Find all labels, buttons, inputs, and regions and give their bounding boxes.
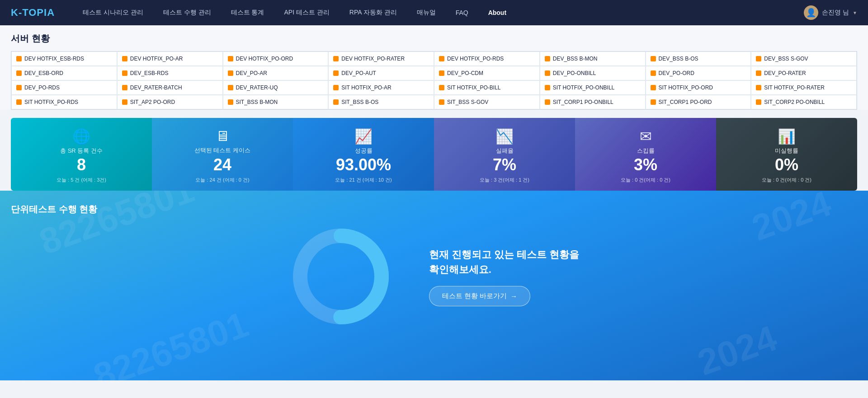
- server-status-icon: [545, 56, 550, 61]
- stat-card-success-rate: 📈 성공률 93.00% 오늘 : 21 건 (어제 : 10 건): [293, 118, 434, 191]
- server-cell: DEV_ESB-ORD: [11, 66, 117, 80]
- stat-sub: 오늘 : 0 건(어제 : 0 건): [621, 177, 670, 183]
- server-cell: DEV_PO-AR: [223, 66, 329, 80]
- nav-faq[interactable]: FAQ: [446, 0, 478, 25]
- server-status-icon: [228, 99, 233, 105]
- server-cell: DEV_PO-ORD: [646, 66, 751, 80]
- server-cell: DEV_PO-RDS: [11, 80, 117, 95]
- server-cell: SIT_BSS B-OS: [328, 95, 434, 109]
- server-grid: DEV HOTFIX_ESB-RDSDEV HOTFIX_PO-ARDEV HO…: [11, 51, 857, 110]
- nav-items: 테스트 시나리오 관리 테스트 수행 관리 테스트 통계 API 테스트 관리 …: [73, 0, 804, 25]
- server-name: DEV_PO-ONBILL: [553, 70, 596, 76]
- stat-label: 실패율: [496, 147, 514, 155]
- server-name: SIT HOTFIX_PO-ONBILL: [553, 84, 614, 91]
- nav-stats[interactable]: 테스트 통계: [221, 0, 274, 25]
- server-name: DEV HOTFIX_ESB-RDS: [24, 56, 84, 62]
- server-cell: SIT HOTFIX_PO-AR: [328, 80, 434, 95]
- server-status-icon: [545, 85, 550, 90]
- server-cell: SIT_BSS B-MON: [223, 95, 329, 109]
- stat-label: 총 SR 등록 건수: [60, 147, 103, 155]
- server-status-icon: [333, 85, 339, 90]
- server-cell: DEV_RATER-UQ: [223, 80, 329, 95]
- server-name: DEV HOTFIX_PO-RATER: [341, 56, 405, 62]
- goto-button[interactable]: 테스트 현황 바로가기 →: [429, 286, 530, 306]
- stat-card-total-sr: 🌐 총 SR 등록 건수 8 오늘 : 5 건 (어제 : 3건): [11, 118, 152, 191]
- server-cell: SIT_CORP1 PO-ORD: [646, 95, 751, 109]
- stat-value: 8: [77, 157, 86, 173]
- server-cell: DEV_BSS B-OS: [646, 52, 751, 66]
- server-name: SIT HOTFIX_PO-RATER: [764, 84, 825, 91]
- stat-card-selected-cases: 🖥 선택된 테스트 케이스 24 오늘 : 24 건 (어제 : 0 건): [152, 118, 293, 191]
- stat-icon: 🖥: [215, 128, 230, 145]
- stat-sub: 오늘 : 5 건 (어제 : 3건): [57, 177, 106, 183]
- nav-about[interactable]: About: [478, 0, 516, 25]
- nav-scenario[interactable]: 테스트 시나리오 관리: [73, 0, 153, 25]
- lower-description: 현재 진행되고 있는 테스트 현황을 확인해보세요.: [429, 247, 579, 277]
- server-cell: DEV_ESB-RDS: [117, 66, 223, 80]
- server-cell: DEV HOTFIX_PO-RATER: [328, 52, 434, 66]
- server-status-icon: [333, 99, 339, 105]
- stat-label: 미실행률: [775, 147, 798, 155]
- nav-rpa[interactable]: RPA 자동화 관리: [340, 0, 407, 25]
- nav-execution[interactable]: 테스트 수행 관리: [153, 0, 221, 25]
- server-cell: SIT_BSS S-GOV: [434, 95, 540, 109]
- server-cell: DEV_PO-AUT: [328, 66, 434, 80]
- server-status-icon: [651, 99, 656, 105]
- server-cell: DEV_RATER-BATCH: [117, 80, 223, 95]
- logo: K-TOPIA: [11, 7, 55, 19]
- server-status-icon: [439, 70, 444, 76]
- server-status-icon: [16, 99, 22, 105]
- server-section: 서버 현황 DEV HOTFIX_ESB-RDSDEV HOTFIX_PO-AR…: [0, 25, 868, 110]
- lower-section: 82265801 2024 82265801 2024 단위테스트 수행 현황 …: [0, 191, 868, 380]
- server-name: SIT_CORP2 PO-ONBILL: [764, 99, 825, 105]
- server-name: SIT HOTFIX_PO-BILL: [447, 84, 500, 91]
- server-status-icon: [439, 85, 444, 90]
- server-status-icon: [756, 99, 761, 105]
- stat-icon: 📈: [354, 128, 373, 145]
- stat-value: 7%: [493, 157, 516, 173]
- stats-section: 🌐 총 SR 등록 건수 8 오늘 : 5 건 (어제 : 3건) 🖥 선택된 …: [0, 118, 868, 191]
- server-status-icon: [16, 56, 22, 61]
- server-status-icon: [122, 85, 127, 90]
- server-name: SIT HOTFIX_PO-AR: [341, 84, 391, 91]
- stat-sub: 오늘 : 3 건(어제 : 1 건): [480, 177, 529, 183]
- server-name: DEV_RATER-BATCH: [130, 84, 182, 91]
- server-name: DEV_PO-AUT: [341, 70, 376, 76]
- server-status-icon: [228, 56, 233, 61]
- server-cell: SIT HOTFIX_PO-BILL: [434, 80, 540, 95]
- server-name: SIT_CORP1 PO-ORD: [659, 99, 712, 105]
- server-status-icon: [122, 56, 127, 61]
- nav-manual[interactable]: 매뉴얼: [407, 0, 446, 25]
- stat-card-fail-rate: 📉 실패율 7% 오늘 : 3 건(어제 : 1 건): [434, 118, 575, 191]
- server-cell: DEV_PO-CDM: [434, 66, 540, 80]
- stat-sub: 오늘 : 24 건 (어제 : 0 건): [195, 177, 249, 183]
- server-name: DEV_PO-CDM: [447, 70, 483, 76]
- server-status-icon: [122, 70, 127, 76]
- server-cell: DEV_BSS B-MON: [540, 52, 646, 66]
- arrow-icon: →: [510, 292, 517, 300]
- stat-icon: ✉: [640, 128, 652, 145]
- server-name: SIT_BSS S-GOV: [447, 99, 488, 105]
- goto-label: 테스트 현황 바로가기: [442, 292, 507, 300]
- server-cell: DEV_PO-RATER: [751, 66, 857, 80]
- nav-api[interactable]: API 테스트 관리: [274, 0, 340, 25]
- server-cell: DEV HOTFIX_ESB-RDS: [11, 52, 117, 66]
- stat-value: 0%: [775, 157, 798, 173]
- server-name: SIT_BSS B-MON: [236, 99, 278, 105]
- server-status-icon: [228, 70, 233, 76]
- server-name: DEV HOTFIX_PO-ORD: [236, 56, 293, 62]
- server-status-icon: [439, 99, 444, 105]
- server-cell: DEV HOTFIX_PO-ORD: [223, 52, 329, 66]
- stat-value: 24: [213, 157, 231, 173]
- server-status-icon: [651, 85, 656, 90]
- server-name: SIT HOTFIX_PO-RDS: [24, 99, 78, 105]
- server-cell: DEV_BSS S-GOV: [751, 52, 857, 66]
- stat-label: 선택된 테스트 케이스: [194, 146, 250, 155]
- server-name: DEV_PO-AR: [236, 70, 267, 76]
- server-status-icon: [651, 56, 656, 61]
- server-name: DEV HOTFIX_PO-RDS: [447, 56, 504, 62]
- server-cell: DEV HOTFIX_PO-RDS: [434, 52, 540, 66]
- server-cell: DEV_PO-ONBILL: [540, 66, 646, 80]
- server-name: SIT HOTFIX_PO-ORD: [659, 84, 713, 91]
- nav-user[interactable]: 👤 손진영 님 ▼: [804, 5, 857, 20]
